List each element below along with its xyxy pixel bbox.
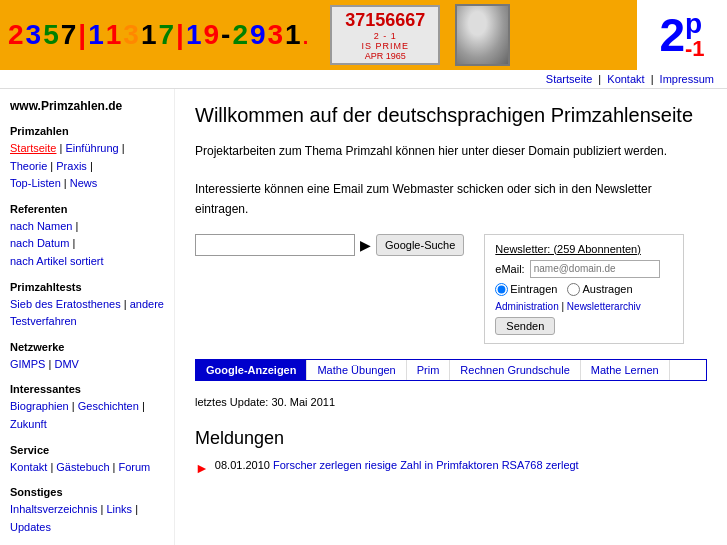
- sidebar-links-service: Kontakt | Gästebuch | Forum: [10, 459, 164, 477]
- search-box: ▶ Google-Suche: [195, 234, 464, 256]
- site-header: 2357|11317|19-2931. 37156667 2 - 1 IS PR…: [0, 0, 727, 70]
- nav-startseite[interactable]: Startseite: [546, 73, 592, 85]
- ad-bar: Google-Anzeigen Mathe Übungen Prim Rechn…: [195, 359, 707, 381]
- sidebar-item-praxis[interactable]: Praxis: [56, 160, 87, 172]
- newsletter-box: Newsletter: (259 Abonnenten) eMail: Eint…: [484, 234, 684, 344]
- header-p2-graphic: 2 p -1: [637, 0, 727, 70]
- nav-impressum[interactable]: Impressum: [660, 73, 714, 85]
- meldungen-title: Meldungen: [195, 428, 707, 449]
- news-link[interactable]: Forscher zerlegen riesige Zahl in Primfa…: [273, 459, 579, 471]
- sidebar-links-primzahlen: Startseite | Einführung | Theorie | Prax…: [10, 140, 164, 193]
- sidebar-section-referenten: Referenten nach Namen | nach Datum | nac…: [10, 203, 164, 271]
- sidebar-item-inhaltsverzeichnis[interactable]: Inhaltsverzeichnis: [10, 503, 97, 515]
- stamp-graphic: 37156667 2 - 1 IS PRIME APR 1965: [330, 5, 440, 65]
- sidebar-item-dmv[interactable]: DMV: [54, 358, 78, 370]
- sidebar-section-primzahlen: Primzahlen Startseite | Einführung | The…: [10, 125, 164, 193]
- sidebar-links-netzwerke: GIMPS | DMV: [10, 356, 164, 374]
- ad-google-anzeigen[interactable]: Google-Anzeigen: [196, 360, 307, 380]
- sidebar-section-primzahltests: Primzahltests Sieb des Eratosthenes | an…: [10, 281, 164, 331]
- sidebar: www.Primzahlen.de Primzahlen Startseite …: [0, 89, 175, 545]
- last-update: letztes Update: 30. Mai 2011: [195, 396, 707, 408]
- sidebar-logo: www.Primzahlen.de: [10, 99, 164, 113]
- sidebar-item-theorie[interactable]: Theorie: [10, 160, 47, 172]
- sidebar-item-biographien[interactable]: Biographien: [10, 400, 69, 412]
- sidebar-item-startseite[interactable]: Startseite: [10, 142, 56, 154]
- stamp-number: 37156667: [345, 10, 425, 31]
- admin-links: Administration | Newsletterarchiv: [495, 301, 673, 312]
- sidebar-section-title-service: Service: [10, 444, 164, 456]
- ad-mathe-lernen[interactable]: Mathe Lernen: [581, 360, 670, 380]
- page-title: Willkommen auf der deutschsprachigen Pri…: [195, 104, 707, 127]
- sidebar-section-interessantes: Interessantes Biographien | Geschichten …: [10, 383, 164, 433]
- administration-link[interactable]: Administration: [495, 301, 558, 312]
- sidebar-section-title-primzahlen: Primzahlen: [10, 125, 164, 137]
- main-layout: www.Primzahlen.de Primzahlen Startseite …: [0, 89, 727, 545]
- sidebar-item-testverfahren[interactable]: Testverfahren: [10, 315, 77, 327]
- austragen-label: Austragen: [582, 283, 632, 295]
- news-arrow-icon: ►: [195, 460, 209, 476]
- header-portrait-photo: [455, 4, 510, 66]
- austragen-option[interactable]: Austragen: [567, 283, 632, 296]
- sidebar-section-title-interessantes: Interessantes: [10, 383, 164, 395]
- ad-prim[interactable]: Prim: [407, 360, 451, 380]
- ad-rechnen-grundschule[interactable]: Rechnen Grundschule: [450, 360, 580, 380]
- eintragen-option[interactable]: Eintragen: [495, 283, 557, 296]
- intro-paragraph-2: Interessierte können eine Email zum Webm…: [195, 180, 707, 218]
- sidebar-section-netzwerke: Netzwerke GIMPS | DMV: [10, 341, 164, 374]
- content-intro: Projektarbeiten zum Thema Primzahl könne…: [195, 142, 707, 219]
- eintragen-label: Eintragen: [510, 283, 557, 295]
- search-arrow-icon: ▶: [360, 237, 371, 253]
- sidebar-item-forum[interactable]: Forum: [118, 461, 150, 473]
- sidebar-links-primzahltests: Sieb des Eratosthenes | andere Testverfa…: [10, 296, 164, 331]
- search-input[interactable]: [195, 234, 355, 256]
- sidebar-links-interessantes: Biographien | Geschichten | Zukunft: [10, 398, 164, 433]
- ad-mathe-uebungen[interactable]: Mathe Übungen: [307, 360, 406, 380]
- sidebar-item-sieb[interactable]: Sieb des Eratosthenes: [10, 298, 121, 310]
- radio-row: Eintragen Austragen: [495, 283, 673, 296]
- sidebar-item-updates[interactable]: Updates: [10, 521, 51, 533]
- sidebar-item-geschichten[interactable]: Geschichten: [78, 400, 139, 412]
- news-date: 08.01.2010: [215, 459, 270, 471]
- sidebar-item-links[interactable]: Links: [106, 503, 132, 515]
- senden-button[interactable]: Senden: [495, 317, 555, 335]
- sidebar-section-title-sonstiges: Sonstiges: [10, 486, 164, 498]
- sidebar-item-nach-datum[interactable]: nach Datum: [10, 237, 69, 249]
- sidebar-section-title-referenten: Referenten: [10, 203, 164, 215]
- email-label: eMail:: [495, 263, 524, 275]
- sidebar-item-zukunft[interactable]: Zukunft: [10, 418, 47, 430]
- sidebar-section-title-primzahltests: Primzahltests: [10, 281, 164, 293]
- sidebar-section-title-netzwerke: Netzwerke: [10, 341, 164, 353]
- newsletter-archiv-link[interactable]: Newsletterarchiv: [567, 301, 641, 312]
- sidebar-item-news[interactable]: News: [70, 177, 98, 189]
- eintragen-radio[interactable]: [495, 283, 508, 296]
- search-button[interactable]: Google-Suche: [376, 234, 464, 256]
- email-input[interactable]: [530, 260, 660, 278]
- header-numbers: 2357|11317|19-2931.: [8, 21, 310, 49]
- sidebar-item-andere[interactable]: andere: [130, 298, 164, 310]
- email-row: eMail:: [495, 260, 673, 278]
- sidebar-links-referenten: nach Namen | nach Datum | nach Artikel s…: [10, 218, 164, 271]
- austragen-radio[interactable]: [567, 283, 580, 296]
- sidebar-item-nach-namen[interactable]: nach Namen: [10, 220, 72, 232]
- sidebar-item-gaestebuch[interactable]: Gästebuch: [56, 461, 109, 473]
- sidebar-links-sonstiges: Inhaltsverzeichnis | Links | Updates: [10, 501, 164, 536]
- news-text: 08.01.2010 Forscher zerlegen riesige Zah…: [215, 459, 579, 471]
- stamp-text: 2 - 1: [374, 31, 397, 41]
- stamp-date: APR 1965: [365, 51, 406, 61]
- sidebar-item-gimps[interactable]: GIMPS: [10, 358, 45, 370]
- sidebar-item-kontakt[interactable]: Kontakt: [10, 461, 47, 473]
- meldungen-section: Meldungen ► 08.01.2010 Forscher zerlegen…: [195, 428, 707, 476]
- nav-kontakt[interactable]: Kontakt: [607, 73, 644, 85]
- nav-bar: Startseite | Kontakt | Impressum: [0, 70, 727, 89]
- newsletter-title: Newsletter: (259 Abonnenten): [495, 243, 673, 255]
- sidebar-section-sonstiges: Sonstiges Inhaltsverzeichnis | Links | U…: [10, 486, 164, 536]
- sidebar-item-nach-artikel[interactable]: nach Artikel sortiert: [10, 255, 104, 267]
- search-newsletter-row: ▶ Google-Suche Newsletter: (259 Abonnent…: [195, 234, 707, 344]
- sidebar-item-einfuehrung[interactable]: Einführung: [65, 142, 118, 154]
- main-content: Willkommen auf der deutschsprachigen Pri…: [175, 89, 727, 545]
- sidebar-section-service: Service Kontakt | Gästebuch | Forum: [10, 444, 164, 477]
- portrait-image: [457, 6, 508, 64]
- intro-paragraph-1: Projektarbeiten zum Thema Primzahl könne…: [195, 142, 707, 161]
- news-item: ► 08.01.2010 Forscher zerlegen riesige Z…: [195, 459, 707, 476]
- sidebar-item-toplisten[interactable]: Top-Listen: [10, 177, 61, 189]
